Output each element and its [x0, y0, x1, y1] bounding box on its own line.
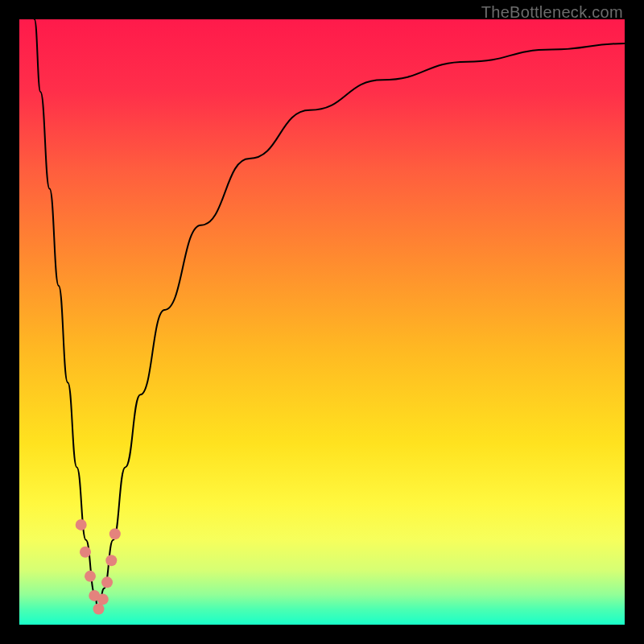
- left-branch-curve: [35, 19, 98, 613]
- marker-dot: [101, 576, 113, 588]
- chart-container: TheBottleneck.com: [0, 0, 644, 644]
- marker-dot: [93, 603, 105, 614]
- marker-dot: [85, 571, 96, 582]
- chart-overlay: [19, 19, 625, 625]
- marker-dot: [109, 528, 121, 539]
- marker-dot: [80, 547, 91, 558]
- right-branch-curve: [98, 43, 625, 613]
- marker-dot: [97, 593, 109, 605]
- marker-dot: [76, 519, 87, 530]
- marker-group: [76, 519, 121, 615]
- watermark-text: TheBottleneck.com: [481, 3, 623, 22]
- plot-area: [19, 19, 625, 625]
- marker-dot: [105, 555, 117, 566]
